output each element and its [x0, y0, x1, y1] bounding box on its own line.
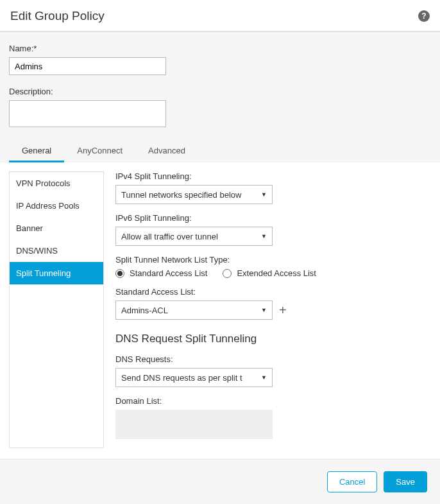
sidebar-item-banner[interactable]: Banner: [10, 217, 103, 239]
list-type-label: Split Tunnel Network List Type:: [115, 255, 431, 265]
form-area: Name:* Description: General AnyConnect A…: [0, 31, 440, 162]
dns-section-heading: DNS Request Split Tunneling: [115, 333, 431, 345]
radio-extended[interactable]: Extended Access List: [223, 268, 316, 278]
std-acl-label: Standard Access List:: [115, 287, 431, 297]
chevron-down-icon: ▼: [261, 191, 267, 198]
ipv6-label: IPv6 Split Tunneling:: [115, 213, 431, 223]
std-acl-dropdown-value: Admins-ACL: [121, 306, 168, 315]
save-button[interactable]: Save: [384, 471, 427, 492]
description-field-group: Description:: [9, 87, 431, 129]
ipv6-field: IPv6 Split Tunneling: Allow all traffic …: [115, 213, 431, 246]
dialog-footer: Cancel Save: [0, 459, 440, 504]
radio-icon: [115, 269, 124, 278]
ipv4-field: IPv4 Split Tunneling: Tunnel networks sp…: [115, 171, 431, 204]
chevron-down-icon: ▼: [261, 233, 267, 239]
std-acl-row: Admins-ACL ▼ +: [115, 300, 431, 320]
name-input[interactable]: [9, 57, 166, 75]
domain-list-box[interactable]: [115, 410, 273, 439]
domain-list-label: Domain List:: [115, 396, 431, 406]
dns-requests-label: DNS Requests:: [115, 354, 431, 364]
domain-list-field: Domain List:: [115, 396, 431, 439]
dns-requests-dropdown-value: Send DNS requests as per split t: [121, 373, 242, 383]
chevron-down-icon: ▼: [261, 374, 267, 381]
radio-standard[interactable]: Standard Access List: [115, 268, 207, 278]
dns-requests-dropdown[interactable]: Send DNS requests as per split t ▼: [115, 368, 273, 387]
name-label: Name:*: [9, 44, 431, 53]
main-panel: IPv4 Split Tunneling: Tunnel networks sp…: [115, 171, 431, 448]
radio-icon: [223, 269, 232, 278]
radio-extended-label: Extended Access List: [237, 268, 316, 278]
sidebar-item-ip-address-pools[interactable]: IP Address Pools: [10, 195, 103, 217]
dialog-title: Edit Group Policy: [10, 9, 105, 23]
sidebar-item-vpn-protocols[interactable]: VPN Protocols: [10, 172, 103, 195]
dialog-header: Edit Group Policy ?: [0, 0, 440, 31]
radio-standard-label: Standard Access List: [130, 268, 207, 278]
ipv4-dropdown[interactable]: Tunnel networks specified below ▼: [115, 185, 273, 204]
list-type-field: Split Tunnel Network List Type: Standard…: [115, 255, 431, 278]
tab-anyconnect[interactable]: AnyConnect: [64, 141, 135, 162]
radio-row: Standard Access List Extended Access Lis…: [115, 268, 431, 278]
ipv6-dropdown[interactable]: Allow all traffic over tunnel ▼: [115, 227, 273, 246]
tab-advanced[interactable]: Advanced: [135, 141, 198, 162]
chevron-down-icon: ▼: [261, 307, 267, 313]
tab-general[interactable]: General: [9, 141, 64, 162]
content-area: VPN Protocols IP Address Pools Banner DN…: [0, 162, 440, 457]
dns-requests-field: DNS Requests: Send DNS requests as per s…: [115, 354, 431, 387]
description-input[interactable]: [9, 100, 166, 127]
ipv4-dropdown-value: Tunnel networks specified below: [121, 190, 241, 200]
plus-icon[interactable]: +: [279, 303, 287, 318]
sidebar-item-dns-wins[interactable]: DNS/WINS: [10, 239, 103, 262]
name-field-group: Name:*: [9, 44, 431, 75]
ipv4-label: IPv4 Split Tunneling:: [115, 171, 431, 181]
std-acl-dropdown[interactable]: Admins-ACL ▼: [115, 300, 273, 320]
help-icon[interactable]: ?: [418, 10, 430, 22]
description-label: Description:: [9, 87, 431, 96]
cancel-button[interactable]: Cancel: [327, 471, 377, 492]
ipv6-dropdown-value: Allow all traffic over tunnel: [121, 232, 218, 241]
std-acl-field: Standard Access List: Admins-ACL ▼ +: [115, 287, 431, 320]
tabs: General AnyConnect Advanced: [9, 141, 431, 162]
sidebar-item-split-tunneling[interactable]: Split Tunneling: [10, 262, 103, 284]
sidebar: VPN Protocols IP Address Pools Banner DN…: [9, 171, 104, 448]
